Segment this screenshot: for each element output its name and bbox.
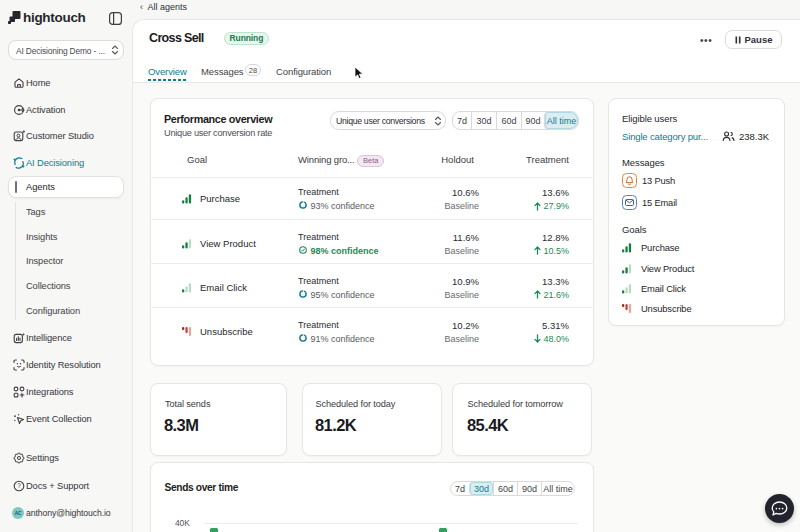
svg-text:?: ? <box>17 482 21 489</box>
svg-text:AC: AC <box>15 511 22 516</box>
